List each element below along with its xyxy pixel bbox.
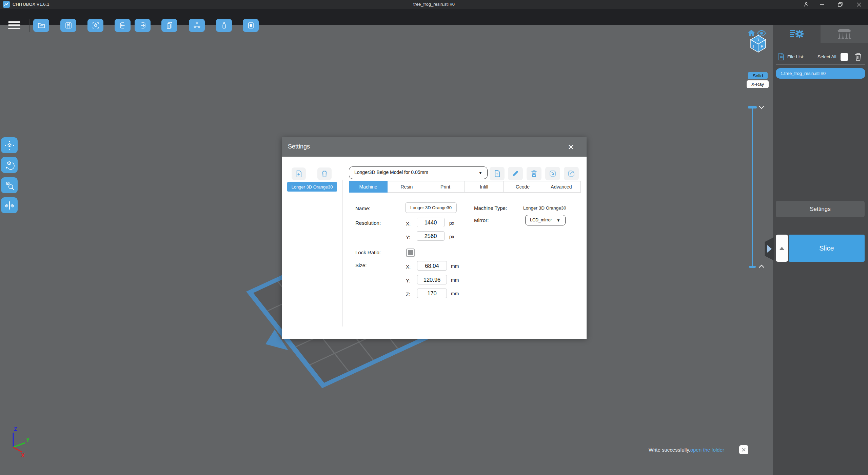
z-axis-label: Z — [14, 426, 17, 432]
size-z-input[interactable] — [417, 289, 447, 298]
move-tool-icon[interactable] — [1, 137, 18, 153]
punch-plate-icon[interactable] — [243, 19, 259, 32]
resolution-label: Resolution: — [355, 220, 381, 226]
cube-left-label: L — [753, 44, 755, 49]
resolution-y-input[interactable] — [417, 231, 445, 241]
toolbar-separator — [29, 19, 29, 32]
tab-machine[interactable]: Machine — [349, 181, 388, 193]
file-list-divider — [776, 64, 865, 65]
delete-machine-icon[interactable] — [317, 167, 332, 180]
file-list-item[interactable]: 1.tree_frog_resin.stl #0 — [776, 68, 865, 79]
select-all-checkbox[interactable] — [841, 53, 848, 61]
window-title: tree_frog_resin.stl #0 — [0, 2, 868, 7]
machine-name-input[interactable] — [405, 202, 457, 213]
open-file-icon[interactable] — [33, 19, 49, 32]
solid-view-button[interactable]: Solid — [748, 72, 768, 79]
import-preset-icon[interactable] — [545, 167, 560, 180]
cube-front-label: F — [761, 44, 763, 49]
dig-hole-icon[interactable] — [216, 19, 232, 32]
add-machine-icon[interactable] — [292, 167, 306, 180]
redo-icon[interactable] — [135, 19, 151, 32]
size-z-label: Z: — [406, 291, 410, 297]
chevron-down-icon[interactable] — [758, 105, 765, 111]
dialog-title: Settings — [288, 143, 310, 150]
triangle-right-icon — [767, 245, 772, 253]
checkbox-fill — [408, 250, 413, 255]
save-file-icon[interactable] — [60, 19, 76, 32]
add-preset-icon[interactable] — [490, 167, 505, 180]
y-axis-label: Y — [26, 437, 30, 443]
clone-icon[interactable] — [161, 19, 177, 32]
xray-view-button[interactable]: X-Ray — [747, 80, 769, 88]
tab-infill[interactable]: Infill — [465, 181, 504, 193]
size-x-unit: mm — [451, 263, 459, 269]
dialog-header[interactable]: Settings ✕ — [282, 137, 587, 157]
layer-slider-handle[interactable] — [748, 106, 757, 108]
x-axis-label: X — [21, 453, 25, 458]
rotate-tool-icon[interactable] — [1, 157, 18, 173]
lock-ratio-label: Lock Ratio: — [355, 250, 381, 255]
screenshot-icon[interactable] — [87, 19, 103, 32]
name-label: Name: — [355, 205, 370, 211]
delete-preset-icon[interactable] — [527, 167, 541, 180]
notification-message: Write successfully, — [649, 447, 690, 453]
undo-icon[interactable] — [115, 19, 131, 32]
support-tab[interactable] — [821, 25, 868, 43]
hollow-icon[interactable] — [189, 19, 205, 32]
titlebar: CHITUBOX V1.6.1 tree_frog_resin.stl #0 — [0, 0, 868, 9]
notification-text: Write successfully,open the folder — [620, 447, 724, 453]
mirror-label: Mirror: — [474, 217, 489, 223]
resolution-y-unit: px — [449, 234, 454, 239]
dialog-close-button[interactable]: ✕ — [566, 142, 576, 153]
mirror-dropdown-value: LCD_mirror — [530, 218, 552, 222]
size-z-unit: mm — [451, 291, 459, 296]
size-y-input[interactable] — [417, 275, 447, 284]
select-all-label: Select All — [817, 54, 836, 59]
preset-dropdown-value: Longer3D Beige Model for 0.05mm — [354, 170, 428, 175]
machine-type-value: Longer 3D Orange30 — [523, 205, 566, 211]
tab-print[interactable]: Print — [426, 181, 465, 193]
dropdown-arrow-icon: ▼ — [478, 171, 482, 175]
size-y-unit: mm — [451, 277, 459, 283]
size-x-label: X: — [406, 264, 411, 270]
size-x-input[interactable] — [417, 261, 447, 271]
settings-dialog: Settings ✕ Longer 3D Orange30 Longer3D B… — [282, 137, 587, 339]
axes-indicator: Z Y X — [6, 425, 40, 459]
mirror-tool-icon[interactable] — [1, 197, 18, 213]
export-preset-icon[interactable] — [564, 167, 579, 180]
minimize-button[interactable] — [817, 1, 827, 8]
chitubox-app: Z Y X CHITUBOX V1.6.1 tree_frog_resin.st… — [0, 0, 868, 475]
settings-panel-button[interactable]: Settings — [776, 201, 865, 217]
restore-button[interactable] — [835, 1, 845, 8]
layer-slider-track[interactable] — [752, 108, 753, 266]
tab-resin[interactable]: Resin — [388, 181, 426, 193]
slice-button[interactable]: Slice — [789, 235, 865, 262]
mirror-dropdown[interactable]: LCD_mirror ▼ — [525, 215, 566, 225]
toolbar — [0, 9, 868, 25]
close-button[interactable] — [854, 1, 864, 8]
resolution-x-input[interactable] — [417, 218, 445, 227]
triangle-up-icon — [780, 247, 784, 250]
machine-list-item[interactable]: Longer 3D Orange30 — [287, 182, 337, 192]
lock-ratio-checkbox[interactable] — [406, 249, 415, 257]
resolution-x-unit: px — [449, 220, 454, 226]
tab-gcode[interactable]: Gcode — [504, 181, 542, 193]
edit-preset-icon[interactable] — [508, 167, 523, 180]
menu-icon[interactable] — [8, 21, 20, 29]
scale-tool-icon[interactable] — [1, 177, 18, 193]
delete-files-icon[interactable] — [854, 53, 862, 63]
machine-type-label: Machine Type: — [474, 205, 507, 211]
account-icon[interactable] — [801, 1, 811, 8]
notification-close-button[interactable] — [739, 445, 748, 454]
layer-slider-end[interactable] — [749, 266, 756, 268]
resolution-y-label: Y: — [406, 234, 410, 240]
file-settings-tab[interactable] — [773, 25, 821, 43]
slice-expand-button[interactable] — [776, 235, 788, 262]
view-cube[interactable]: T L F — [749, 34, 768, 54]
size-y-label: Y: — [406, 278, 410, 283]
tab-advanced[interactable]: Advanced — [542, 181, 581, 193]
preset-dropdown[interactable]: Longer3D Beige Model for 0.05mm ▼ — [349, 166, 488, 179]
chevron-up-icon[interactable] — [758, 264, 765, 270]
open-folder-link[interactable]: open the folder — [690, 447, 724, 453]
file-doc-icon — [778, 53, 785, 62]
